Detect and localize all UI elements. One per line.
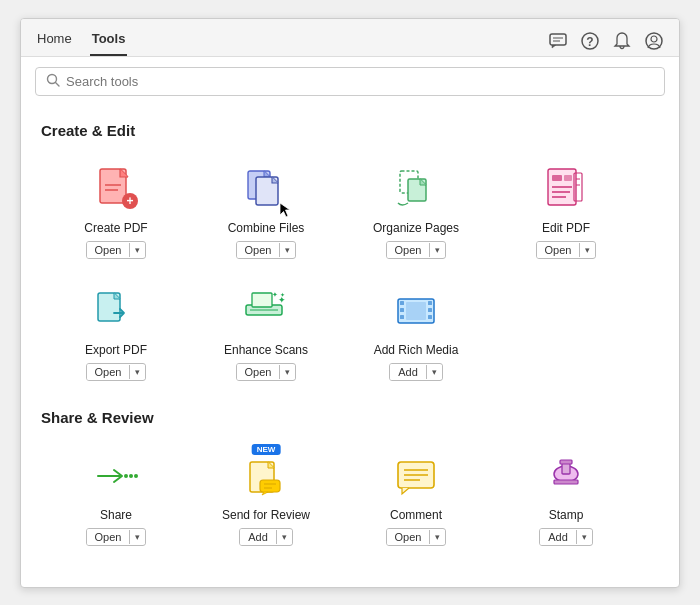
edit-pdf-arrow-btn[interactable]: ▾ — [579, 243, 595, 257]
export-pdf-open-btn[interactable]: Open — [87, 364, 130, 380]
add-rich-media-icon — [390, 285, 442, 337]
app-window: Home Tools ? — [20, 18, 680, 588]
chat-icon[interactable] — [547, 30, 569, 52]
combine-files-btn-group: Open ▾ — [236, 241, 297, 259]
tool-stamp: Stamp Add ▾ — [491, 442, 641, 554]
svg-rect-36 — [400, 308, 404, 312]
organize-pages-btn-group: Open ▾ — [386, 241, 447, 259]
svg-rect-56 — [554, 480, 578, 484]
svg-rect-19 — [552, 175, 562, 181]
create-pdf-icon: + — [90, 163, 142, 215]
section-share-review-title: Share & Review — [41, 409, 659, 426]
export-pdf-btn-group: Open ▾ — [86, 363, 147, 381]
send-for-review-label: Send for Review — [222, 508, 310, 522]
stamp-icon — [540, 450, 592, 502]
enhance-scans-label: Enhance Scans — [224, 343, 308, 357]
search-icon — [46, 73, 60, 90]
add-rich-media-label: Add Rich Media — [374, 343, 459, 357]
share-icon — [90, 450, 142, 502]
create-pdf-label: Create PDF — [84, 221, 147, 235]
send-for-review-icon: NEW — [240, 450, 292, 502]
svg-text:✦: ✦ — [280, 292, 285, 298]
comment-btn-group: Open ▾ — [386, 528, 447, 546]
create-pdf-arrow-btn[interactable]: ▾ — [129, 243, 145, 257]
comment-arrow-btn[interactable]: ▾ — [429, 530, 445, 544]
svg-point-6 — [651, 36, 657, 42]
share-btn-group: Open ▾ — [86, 528, 147, 546]
svg-rect-39 — [428, 308, 432, 312]
share-arrow-btn[interactable]: ▾ — [129, 530, 145, 544]
enhance-scans-btn-group: Open ▾ — [236, 363, 297, 381]
search-input[interactable] — [66, 74, 654, 89]
svg-rect-40 — [428, 315, 432, 319]
send-for-review-arrow-btn[interactable]: ▾ — [276, 530, 292, 544]
svg-text:?: ? — [586, 35, 593, 49]
svg-rect-0 — [550, 34, 566, 45]
svg-rect-55 — [560, 460, 572, 464]
share-label: Share — [100, 508, 132, 522]
edit-pdf-open-btn[interactable]: Open — [537, 242, 580, 258]
combine-files-icon — [240, 163, 292, 215]
comment-open-btn[interactable]: Open — [387, 529, 430, 545]
nav-tabs: Home Tools — [35, 27, 127, 56]
comment-icon — [390, 450, 442, 502]
organize-pages-label: Organize Pages — [373, 221, 459, 235]
svg-line-8 — [56, 82, 60, 86]
user-icon[interactable] — [643, 30, 665, 52]
tool-create-pdf: + Create PDF Open ▾ — [41, 155, 191, 267]
tool-share: Share Open ▾ — [41, 442, 191, 554]
svg-rect-35 — [400, 301, 404, 305]
stamp-btn-group: Add ▾ — [539, 528, 593, 546]
svg-rect-38 — [428, 301, 432, 305]
enhance-scans-open-btn[interactable]: Open — [237, 364, 280, 380]
svg-point-44 — [134, 474, 138, 478]
organize-pages-arrow-btn[interactable]: ▾ — [429, 243, 445, 257]
combine-files-arrow-btn[interactable]: ▾ — [279, 243, 295, 257]
add-rich-media-arrow-btn[interactable]: ▾ — [426, 365, 442, 379]
create-edit-grid: + Create PDF Open ▾ — [41, 155, 659, 389]
combine-files-open-btn[interactable]: Open — [237, 242, 280, 258]
create-pdf-open-btn[interactable]: Open — [87, 242, 130, 258]
stamp-arrow-btn[interactable]: ▾ — [576, 530, 592, 544]
send-for-review-btn-group: Add ▾ — [239, 528, 293, 546]
send-for-review-add-btn[interactable]: Add — [240, 529, 276, 545]
share-review-grid: Share Open ▾ — [41, 442, 659, 554]
tool-enhance-scans: ✦ ✦ ✦ Enhance Scans Open ▾ — [191, 277, 341, 389]
combine-files-label: Combine Files — [228, 221, 305, 235]
share-open-btn[interactable]: Open — [87, 529, 130, 545]
svg-rect-20 — [564, 175, 572, 181]
create-pdf-btn-group: Open ▾ — [86, 241, 147, 259]
search-bar[interactable] — [35, 67, 665, 96]
svg-rect-37 — [400, 315, 404, 319]
tool-export-pdf: Export PDF Open ▾ — [41, 277, 191, 389]
tool-organize-pages: Organize Pages Open ▾ — [341, 155, 491, 267]
tab-home[interactable]: Home — [35, 27, 74, 56]
stamp-add-btn[interactable]: Add — [540, 529, 576, 545]
svg-rect-41 — [406, 302, 426, 320]
enhance-scans-arrow-btn[interactable]: ▾ — [279, 365, 295, 379]
tool-add-rich-media: Add Rich Media Add ▾ — [341, 277, 491, 389]
export-pdf-arrow-btn[interactable]: ▾ — [129, 365, 145, 379]
bell-icon[interactable] — [611, 30, 633, 52]
new-badge: NEW — [252, 444, 281, 455]
tab-tools[interactable]: Tools — [90, 27, 128, 56]
edit-pdf-label: Edit PDF — [542, 221, 590, 235]
svg-text:+: + — [126, 194, 133, 208]
svg-point-43 — [129, 474, 133, 478]
svg-point-42 — [124, 474, 128, 478]
comment-label: Comment — [390, 508, 442, 522]
cursor-icon — [278, 201, 296, 219]
tool-comment: Comment Open ▾ — [341, 442, 491, 554]
svg-rect-30 — [252, 293, 272, 307]
organize-pages-icon — [390, 163, 442, 215]
nav-icons: ? — [547, 30, 665, 52]
tool-combine-files: Combine Files Open ▾ — [191, 155, 341, 267]
section-create-edit-title: Create & Edit — [41, 122, 659, 139]
main-content: Create & Edit + Create PDF — [21, 106, 679, 587]
edit-pdf-btn-group: Open ▾ — [536, 241, 597, 259]
svg-text:✦: ✦ — [272, 291, 278, 298]
help-icon[interactable]: ? — [579, 30, 601, 52]
svg-rect-46 — [260, 480, 280, 492]
add-rich-media-add-btn[interactable]: Add — [390, 364, 426, 380]
organize-pages-open-btn[interactable]: Open — [387, 242, 430, 258]
